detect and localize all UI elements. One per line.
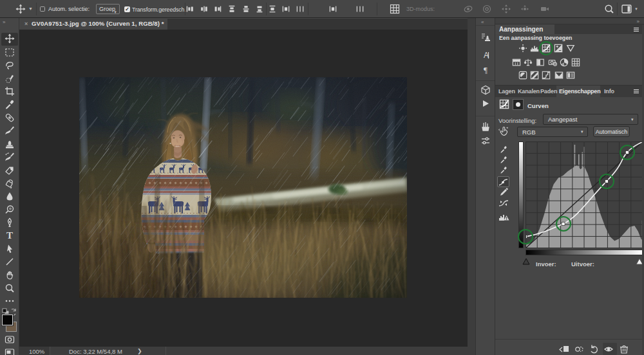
svg-text:A: A bbox=[484, 51, 489, 60]
svg-text:T: T bbox=[6, 230, 13, 241]
svg-text:¶: ¶ bbox=[484, 65, 488, 75]
